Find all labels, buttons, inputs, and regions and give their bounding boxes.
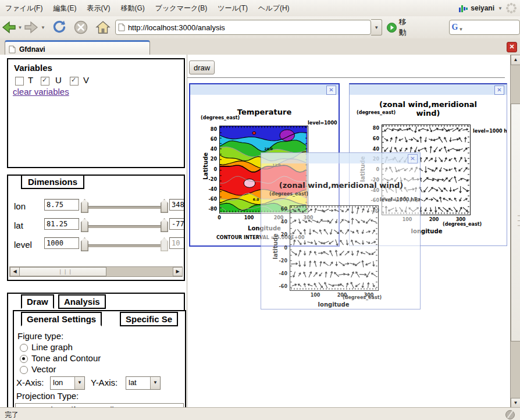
scroll-right-arrow-icon[interactable]: ▶ <box>173 267 183 276</box>
lat-slider-handle-max[interactable] <box>161 218 168 232</box>
stop-button[interactable] <box>73 19 90 36</box>
forward-dropdown-caret-icon[interactable]: ▼ <box>40 25 46 30</box>
search-box[interactable]: G ▼ <box>449 20 520 35</box>
figure-type-option-vector[interactable]: Vector <box>31 364 56 374</box>
lon-slider-handle-max[interactable] <box>161 199 168 213</box>
search-engine-icon[interactable]: G <box>452 23 458 32</box>
url-input[interactable]: http://localhost:3000/analysis <box>128 23 225 32</box>
y-tick-label: -40 <box>272 272 287 276</box>
menu-file[interactable]: ファイル(F) <box>0 1 48 16</box>
lon-slider-handle-min[interactable] <box>81 199 88 213</box>
variable-label-U: U <box>55 75 62 85</box>
menu-tools[interactable]: ツール(T) <box>212 1 253 16</box>
y-tick-label: -80 <box>202 207 217 212</box>
tab-analysis[interactable]: Analysis <box>58 294 106 309</box>
variable-label-T: T <box>28 75 33 85</box>
svg-text:6.0: 6.0 <box>253 198 259 201</box>
y-tick-label: 80 <box>202 127 217 132</box>
lon-min-input[interactable] <box>44 199 79 211</box>
figure-type-option-tone-and-contour[interactable]: Tone and Contour <box>31 353 101 363</box>
tab-page-icon <box>9 45 16 54</box>
go-button[interactable]: 移動 <box>399 17 414 38</box>
clear-variables-link[interactable]: clear variables <box>13 87 69 97</box>
scrollbar-thumb[interactable]: ❘❘❘ <box>19 267 106 276</box>
tab-title: Gfdnavi <box>19 45 45 54</box>
tab-close-button[interactable]: ✕ <box>507 42 517 52</box>
menu-go[interactable]: 移動(G) <box>115 1 149 16</box>
reload-button[interactable] <box>51 19 68 36</box>
page-icon <box>118 23 125 31</box>
user-menu-label[interactable]: seiyani <box>471 4 494 12</box>
y-axis-select[interactable]: lat▼ <box>126 376 161 390</box>
chevron-down-icon[interactable]: ▼ <box>150 377 160 389</box>
level-slider-handle-min[interactable] <box>81 237 88 251</box>
menu-view[interactable]: 表示(V) <box>81 1 115 16</box>
level-max-input <box>169 237 185 249</box>
lat-min-input[interactable] <box>44 218 79 230</box>
window-titlebar[interactable] <box>350 84 507 95</box>
window-titlebar[interactable] <box>261 153 420 163</box>
x-axis-select[interactable]: lon▼ <box>50 376 85 390</box>
status-bar: 完了 <box>0 407 520 420</box>
variable-checkbox-T[interactable] <box>15 77 24 86</box>
back-dropdown-caret-icon[interactable]: ▼ <box>17 25 23 30</box>
scroll-left-arrow-icon[interactable]: ◀ <box>10 267 20 276</box>
x-axis-label: X-Axis: <box>16 378 44 387</box>
back-icon <box>1 20 16 35</box>
window-close-button[interactable]: ✕ <box>494 86 504 95</box>
draw-button[interactable]: draw <box>189 60 215 74</box>
menu-edit[interactable]: 編集(E) <box>48 1 81 16</box>
plot-level-label: level=1000 hPa <box>380 197 421 202</box>
home-button[interactable] <box>94 19 112 36</box>
dimensions-horizontal-scrollbar[interactable]: ◀ ❘❘❘ ▶ <box>9 266 183 277</box>
y-tick-label: 60 <box>364 137 379 141</box>
draw-analysis-panel: Draw Analysis General Settings Specific … <box>7 293 185 407</box>
plot-window-wind-dragging[interactable]: ✕ (zonal wind,meridional wind) (degrees_… <box>261 152 421 309</box>
variable-checkbox-U[interactable]: ✓ <box>41 77 49 86</box>
menu-help[interactable]: ヘルプ(H) <box>253 1 295 16</box>
figure-type-option-line-graph[interactable]: Line graph <box>31 342 73 352</box>
y-tick-label: 60 <box>202 137 217 142</box>
scrollbar-thumb[interactable]: ❘❘❘ <box>511 104 520 341</box>
window-close-button[interactable]: ✕ <box>408 154 418 163</box>
level-slider-track[interactable] <box>85 244 164 247</box>
home-icon <box>95 20 111 35</box>
equalizer-icon <box>458 3 468 13</box>
url-history-dropdown-button[interactable]: ▼ <box>371 19 382 35</box>
y-tick-label: 0 <box>272 246 287 251</box>
level-min-input[interactable] <box>44 237 79 249</box>
forward-button[interactable] <box>23 19 41 36</box>
variable-checkbox-V[interactable]: ✓ <box>70 77 79 86</box>
x-tick-label: 300 <box>453 218 468 222</box>
tab-general-settings[interactable]: General Settings <box>21 312 102 326</box>
figure-type-radio-line-graph[interactable] <box>20 344 28 352</box>
y-tick-label: 40 <box>272 220 287 225</box>
back-button[interactable] <box>0 19 17 36</box>
scroll-up-arrow-icon[interactable]: ▲ <box>511 55 520 65</box>
x-axis-unit-label: (degrees_east) <box>443 222 482 227</box>
lon-slider-track[interactable] <box>85 206 164 209</box>
lat-slider-track[interactable] <box>85 225 164 228</box>
chevron-down-icon[interactable]: ▼ <box>74 377 84 389</box>
url-bar[interactable]: http://localhost:3000/analysis <box>115 20 371 35</box>
figure-type-radio-vector[interactable] <box>20 366 28 374</box>
user-menu-caret-icon[interactable]: ▼ <box>497 6 503 11</box>
lon-max-input[interactable] <box>169 199 185 211</box>
menu-bookmarks[interactable]: ブックマーク(B) <box>150 1 212 16</box>
lat-max-input[interactable] <box>169 218 185 230</box>
search-engine-caret-icon[interactable]: ▼ <box>458 27 464 32</box>
projection-type-listbox[interactable]: rectangular uniform coordinate <box>15 403 184 407</box>
lat-slider-handle-min[interactable] <box>81 218 88 232</box>
window-titlebar[interactable] <box>190 84 339 95</box>
go-icon[interactable] <box>387 23 397 33</box>
vertical-scrollbar[interactable]: ▲ ❘❘❘ ▼ <box>510 55 520 407</box>
browser-tab-gfdnavi[interactable]: Gfdnavi <box>5 40 150 56</box>
plot-level-label: level=1000 hPa <box>473 129 507 134</box>
tab-draw[interactable]: Draw <box>21 294 54 309</box>
tab-specific-settings[interactable]: Specific Se <box>120 312 178 326</box>
status-text: 完了 <box>5 410 19 420</box>
dimensions-panel: Dimensions lon lat level ◀ ❘❘❘ ▶ <box>7 175 185 281</box>
figure-type-radio-tone-and-contour[interactable] <box>20 355 28 363</box>
y-tick-label: 80 <box>364 126 379 131</box>
window-close-button[interactable]: ✕ <box>326 86 336 95</box>
